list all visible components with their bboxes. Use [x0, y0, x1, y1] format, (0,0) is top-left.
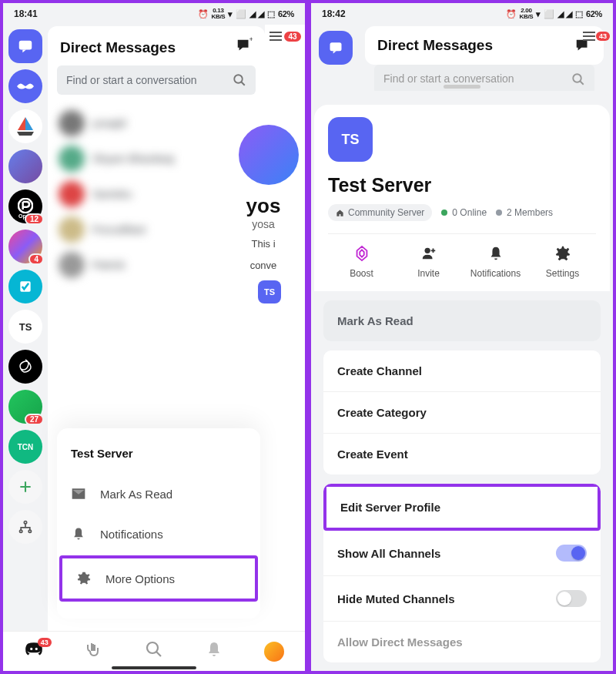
status-icons: ⏰ 0.13KB/S ▾ ⬜ ◢ ◢ ⬚ 62% [198, 8, 294, 20]
wifi-icon: ▾ [228, 9, 233, 19]
menu-mark-read[interactable]: Mark As Read [57, 474, 260, 514]
peek-panel: 43 yos yosa This i conve TS [265, 25, 305, 631]
community-tag: Community Server [328, 204, 432, 221]
hierarchy-icon [18, 519, 33, 535]
settings-button[interactable]: Settings [529, 234, 596, 291]
server-icon[interactable] [8, 350, 42, 384]
search-input[interactable]: Find or start a conversation [57, 65, 256, 95]
sheet-handle[interactable] [444, 85, 480, 89]
server-settings-sheet: TS Test Server Community Server 0 Online… [314, 91, 610, 668]
tab-search[interactable] [145, 640, 163, 662]
home-icon [336, 209, 344, 217]
menu-icon [269, 31, 283, 42]
menu-button[interactable]: 43 [269, 31, 300, 42]
server-context-menu: Test Server Mark As Read Notifications M… [57, 428, 260, 619]
svg-point-8 [147, 642, 158, 653]
server-rail: Opus 12 4 TS 27 TCN [3, 25, 48, 631]
p-icon [18, 198, 33, 213]
sailboat-icon [14, 115, 37, 138]
search-icon [145, 640, 163, 659]
status-bar: 18:41 ⏰ 0.13KB/S ▾ ⬜ ◢ ◢ ⬚ 62% [3, 3, 305, 25]
server-icon: TS [328, 117, 373, 162]
bg-search: Find or start a conversation [374, 65, 594, 94]
boost-button[interactable]: Boost [328, 234, 395, 291]
lte-icon: ⬜ [236, 9, 246, 19]
dm-tab[interactable] [8, 29, 42, 63]
server-icon-tcn[interactable]: TCN [8, 430, 42, 464]
unread-badge: 12 [25, 213, 44, 225]
svg-rect-9 [330, 42, 342, 51]
plus-icon [18, 479, 33, 495]
menu-create-event[interactable]: Create Event [323, 433, 601, 474]
svg-point-10 [573, 74, 581, 82]
signal-icon: ◢ [258, 9, 264, 19]
menu-create-channel[interactable]: Create Channel [323, 350, 601, 391]
tab-notifications[interactable] [205, 640, 223, 662]
tab-profile[interactable] [264, 642, 284, 662]
dm-title: Direct Messages [60, 39, 176, 56]
bg-dm-header: Direct Messages [365, 26, 604, 65]
mustache-icon [15, 82, 35, 91]
server-meta: Community Server 0 Online 2 Members [328, 204, 596, 221]
svg-point-4 [20, 530, 22, 532]
tab-friends[interactable] [85, 640, 103, 662]
tab-home[interactable]: 43 [24, 639, 44, 663]
dm-list-blurred: yosajid Shyam Bhardwaj Santoku FocusBlas… [48, 102, 265, 286]
context-title: Test Server [57, 438, 260, 474]
menu-more-options[interactable]: More Options [62, 558, 255, 599]
home-indicator [112, 666, 196, 669]
server-icon[interactable]: 4 [8, 230, 42, 263]
server-icon[interactable] [8, 69, 42, 103]
menu-hide-muted[interactable]: Hide Muted Channels [323, 575, 601, 621]
wave-icon [85, 640, 103, 659]
clock: 18:42 [322, 8, 346, 19]
server-icon[interactable] [8, 270, 42, 303]
bell-icon [71, 526, 86, 542]
invite-icon [420, 245, 437, 262]
search-icon [233, 73, 246, 87]
server-icon-opus[interactable]: Opus 12 [8, 189, 42, 223]
bg-dm-tab [319, 31, 353, 65]
unread-badge: 27 [25, 414, 44, 425]
add-server-button[interactable] [8, 470, 42, 504]
check-icon [18, 279, 33, 294]
gear-icon [76, 571, 92, 586]
server-icon[interactable]: 27 [8, 390, 42, 424]
bg-menu-badge: 43 [582, 31, 610, 42]
new-dm-button[interactable]: + [236, 37, 253, 58]
action-row: Boost Invite Notifications Settings [328, 233, 596, 291]
envelope-icon [71, 486, 86, 501]
server-icon[interactable] [8, 109, 42, 143]
menu-show-all-channels[interactable]: Show All Channels [323, 531, 601, 575]
clock: 18:41 [14, 8, 38, 19]
hub-button[interactable] [8, 510, 42, 544]
server-icon-ts[interactable]: TS [8, 310, 42, 344]
svg-text:+: + [249, 37, 253, 43]
chat-icon [328, 40, 343, 55]
menu-create-category[interactable]: Create Category [323, 391, 601, 433]
svg-point-7 [234, 75, 243, 83]
menu-allow-dm[interactable]: Allow Direct Messages [323, 621, 601, 662]
toggle-show-all[interactable] [556, 545, 587, 562]
signal-icon: ◢ [249, 9, 256, 19]
server-name: Test Server [328, 174, 596, 196]
menu-edit-server-profile[interactable]: Edit Server Profile [326, 487, 598, 528]
menu-mark-as-read[interactable]: Mark As Read [323, 300, 601, 341]
gear-icon [554, 245, 571, 262]
search-icon [571, 72, 585, 86]
status-icons: ⏰ 2.00KB/S ▾⬜◢◢⬚ 62% [506, 8, 602, 20]
svg-point-5 [28, 530, 31, 532]
menu-notifications[interactable]: Notifications [57, 514, 260, 554]
bell-icon [487, 245, 504, 262]
knot-icon [16, 357, 35, 376]
invite-button[interactable]: Invite [395, 234, 462, 291]
toggle-hide-muted[interactable] [556, 590, 587, 607]
chat-icon [17, 38, 34, 55]
battery-percent: 62% [278, 9, 294, 18]
notifications-button[interactable]: Notifications [462, 234, 529, 291]
server-icon[interactable] [8, 149, 42, 183]
svg-rect-0 [19, 41, 32, 50]
svg-point-1 [18, 199, 32, 213]
unread-badge: 4 [28, 253, 44, 265]
bell-icon [205, 640, 223, 659]
